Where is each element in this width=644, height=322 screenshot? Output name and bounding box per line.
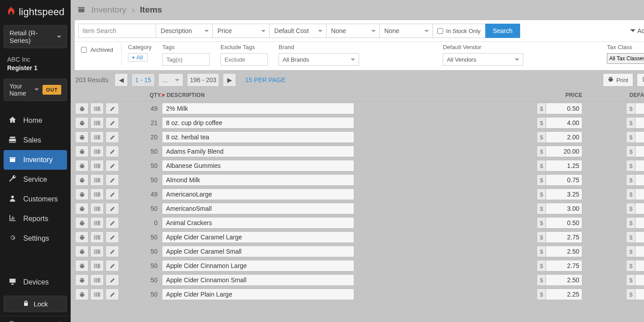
cell-description-input[interactable] xyxy=(162,188,354,200)
nav-settings[interactable]: Settings xyxy=(0,229,71,248)
field4-select[interactable]: None xyxy=(326,24,380,38)
page-range-last[interactable]: 196 - 203 xyxy=(187,73,219,87)
cell-description-input[interactable] xyxy=(162,103,354,114)
row-print-button[interactable] xyxy=(75,188,89,200)
row-edit-button[interactable] xyxy=(106,289,119,300)
field2-select[interactable]: Price xyxy=(212,24,270,38)
row-barcode-button[interactable] xyxy=(90,103,104,114)
cell-description-input[interactable] xyxy=(162,146,354,157)
lock-button[interactable]: Lock xyxy=(4,296,67,312)
row-barcode-button[interactable] xyxy=(90,188,104,200)
row-edit-button[interactable] xyxy=(106,231,119,243)
cell-description-input[interactable] xyxy=(162,174,354,186)
row-print-button[interactable] xyxy=(75,260,89,272)
row-barcode-button[interactable] xyxy=(90,289,104,300)
cell-description-input[interactable] xyxy=(162,203,354,214)
col-qty[interactable]: QTY. xyxy=(126,92,162,98)
page-next-button[interactable]: ▶ xyxy=(223,73,236,87)
nav-home[interactable]: Home xyxy=(0,111,71,130)
cell-price-input[interactable] xyxy=(546,289,582,300)
cell-price-input[interactable] xyxy=(546,160,582,171)
row-barcode-button[interactable] xyxy=(90,260,104,272)
cell-cost-input[interactable] xyxy=(635,231,644,243)
cell-description-input[interactable] xyxy=(162,260,354,272)
cell-price-input[interactable] xyxy=(546,174,582,186)
row-barcode-button[interactable] xyxy=(90,274,104,286)
col-description[interactable]: ▾DESCRIPTION xyxy=(162,92,493,98)
cell-description-input[interactable] xyxy=(162,131,354,143)
advanced-toggle[interactable]: Advanced xyxy=(627,24,644,38)
print-button[interactable]: Print xyxy=(603,73,633,87)
cell-cost-input[interactable] xyxy=(635,131,644,143)
search-button[interactable]: Search xyxy=(485,24,520,38)
cell-price-input[interactable] xyxy=(546,103,582,114)
row-edit-button[interactable] xyxy=(106,188,119,200)
cell-price-input[interactable] xyxy=(546,246,582,257)
row-print-button[interactable] xyxy=(75,160,89,171)
cell-cost-input[interactable] xyxy=(635,260,644,272)
exclude-tags-input[interactable] xyxy=(220,53,268,66)
row-edit-button[interactable] xyxy=(106,103,119,114)
row-print-button[interactable] xyxy=(75,174,89,186)
row-barcode-button[interactable] xyxy=(90,131,104,143)
row-edit-button[interactable] xyxy=(106,174,119,186)
row-barcode-button[interactable] xyxy=(90,174,104,186)
taxclass-select[interactable]: All Tax Classes xyxy=(607,53,644,64)
breadcrumb-parent[interactable]: Inventory xyxy=(91,5,126,15)
nav-reports[interactable]: Reports xyxy=(0,209,71,229)
cell-price-input[interactable] xyxy=(546,146,582,157)
row-edit-button[interactable] xyxy=(106,146,119,157)
nav-sales[interactable]: Sales xyxy=(0,130,71,150)
vendor-select[interactable]: All Vendors xyxy=(443,53,523,66)
user-menu[interactable]: Your Name OUT xyxy=(4,79,67,101)
page-prev-button[interactable]: ◀ xyxy=(114,73,128,87)
cell-description-input[interactable] xyxy=(162,217,354,229)
row-print-button[interactable] xyxy=(75,217,89,229)
row-print-button[interactable] xyxy=(75,289,89,300)
row-edit-button[interactable] xyxy=(106,246,119,257)
cell-price-input[interactable] xyxy=(546,231,582,243)
field3-select[interactable]: Default Cost xyxy=(269,24,326,38)
row-edit-button[interactable] xyxy=(106,203,119,214)
cell-price-input[interactable] xyxy=(546,188,582,200)
item-search-input[interactable] xyxy=(78,24,156,38)
export-button[interactable]: Export xyxy=(637,73,644,87)
row-barcode-button[interactable] xyxy=(90,160,104,171)
cell-cost-input[interactable] xyxy=(635,146,644,157)
series-selector[interactable]: Retail (R-Series) xyxy=(4,25,67,48)
cell-price-input[interactable] xyxy=(546,260,582,272)
nav-customers[interactable]: Customers xyxy=(0,189,71,209)
field1-select[interactable]: Description xyxy=(156,24,213,38)
category-all-link[interactable]: +All xyxy=(128,53,148,62)
row-barcode-button[interactable] xyxy=(90,231,104,243)
cell-cost-input[interactable] xyxy=(635,203,644,214)
row-edit-button[interactable] xyxy=(106,117,119,129)
row-barcode-button[interactable] xyxy=(90,203,104,214)
per-page-link[interactable]: 15 PER PAGE xyxy=(245,76,285,84)
cell-cost-input[interactable] xyxy=(635,246,644,257)
cell-price-input[interactable] xyxy=(546,203,582,214)
row-print-button[interactable] xyxy=(75,117,89,129)
row-barcode-button[interactable] xyxy=(90,117,104,129)
cell-cost-input[interactable] xyxy=(635,117,644,129)
row-print-button[interactable] xyxy=(75,203,89,214)
brand-select[interactable]: All Brands xyxy=(279,53,359,66)
cell-cost-input[interactable] xyxy=(635,103,644,114)
row-barcode-button[interactable] xyxy=(90,146,104,157)
nav-service[interactable]: Service xyxy=(0,170,71,189)
row-print-button[interactable] xyxy=(75,231,89,243)
row-edit-button[interactable] xyxy=(106,160,119,171)
cell-description-input[interactable] xyxy=(162,246,354,257)
cell-price-input[interactable] xyxy=(546,217,582,229)
cell-price-input[interactable] xyxy=(546,131,582,143)
row-edit-button[interactable] xyxy=(106,131,119,143)
col-price[interactable]: PRICE xyxy=(493,92,582,98)
cell-cost-input[interactable] xyxy=(635,160,644,171)
cell-description-input[interactable] xyxy=(162,274,354,286)
cell-cost-input[interactable] xyxy=(635,274,644,286)
cell-description-input[interactable] xyxy=(162,231,354,243)
row-print-button[interactable] xyxy=(75,246,89,257)
cell-description-input[interactable] xyxy=(162,117,354,129)
row-barcode-button[interactable] xyxy=(90,246,104,257)
nav-devices[interactable]: Devices xyxy=(0,272,71,292)
